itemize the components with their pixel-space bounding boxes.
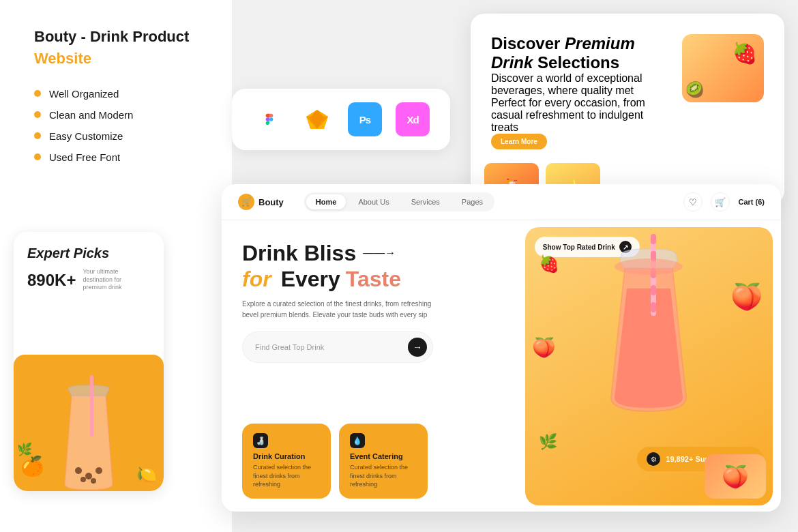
feature-item-2: Clean and Modern <box>34 109 198 121</box>
feature-item-1: Well Organized <box>34 88 198 100</box>
hero-section: Drink Bliss ——→ for Every Taste Explore … <box>222 220 781 512</box>
svg-rect-14 <box>651 234 656 244</box>
every-text: Every <box>281 266 340 292</box>
hero-top-heading: Discover Premium Drink Selections <box>491 34 668 72</box>
feature-cards: 🍶 Drink Curation Curated selection the f… <box>242 424 505 499</box>
arrow-decoration: ——→ <box>363 247 396 259</box>
hero-card-top: Discover Premium Drink Selections Discov… <box>471 14 784 205</box>
for-text: for <box>242 266 271 292</box>
search-button[interactable]: → <box>408 338 427 357</box>
curation-title: Drink Curation <box>253 452 320 460</box>
hero-top-desc: Discover a world of exceptional beverage… <box>491 72 668 134</box>
svg-point-9 <box>85 473 92 479</box>
website-mockup: 🛒 Bouty Home About Us Services Pages ♡ 🛒… <box>222 184 781 512</box>
svg-point-11 <box>80 477 86 482</box>
feature-dot <box>34 153 41 160</box>
feature-item-4: Used Free Font <box>34 151 198 163</box>
figma-icon <box>252 102 286 136</box>
cart-button[interactable]: 🛒 <box>711 192 730 211</box>
hero-top-content: Discover Premium Drink Selections Discov… <box>471 14 784 163</box>
nav-about[interactable]: About Us <box>349 194 398 209</box>
hero-right: Show Top Rated Drink ↗ <box>525 227 773 505</box>
logo: 🛒 Bouty <box>238 194 284 210</box>
curation-desc: Curated selection the finest drinks from… <box>253 463 320 489</box>
search-bar[interactable]: Find Great Top Drink → <box>242 331 433 363</box>
product-title: Bouty - Drink Product <box>34 27 198 47</box>
hero-left: Drink Bliss ——→ for Every Taste Explore … <box>222 220 525 512</box>
catering-icon: 💧 <box>350 433 365 448</box>
tools-card: Ps Xd <box>232 89 450 150</box>
feature-label-4: Used Free Font <box>49 151 120 163</box>
mock-navbar: 🛒 Bouty Home About Us Services Pages ♡ 🛒… <box>222 184 781 220</box>
feature-label-2: Clean and Modern <box>49 109 133 121</box>
nav-links: Home About Us Services Pages <box>304 192 494 211</box>
catering-title: Event Catering <box>350 452 417 460</box>
svg-rect-6 <box>90 375 93 437</box>
hero-top-fruit-image: 🍓 🥝 <box>682 34 764 102</box>
svg-rect-17 <box>651 285 656 295</box>
svg-point-10 <box>95 467 102 474</box>
expert-picks-card: Expert Picks 890K+ Your ultimate destina… <box>14 232 164 491</box>
wishlist-button[interactable]: ♡ <box>683 192 703 211</box>
nav-right: ♡ 🛒 Cart (6) <box>683 192 765 211</box>
feat-card-curation: 🍶 Drink Curation Curated selection the f… <box>242 424 331 499</box>
headline-main: Drink Bliss <box>242 241 356 266</box>
expert-count-sub: Your ultimate destination for premium dr… <box>83 268 130 292</box>
logo-text: Bouty <box>258 197 284 207</box>
feat-card-catering: 💧 Event Catering Curated selection the f… <box>339 424 428 499</box>
logo-circle: 🛒 <box>238 194 254 210</box>
hero-headline: Drink Bliss ——→ for Every Taste <box>242 241 505 292</box>
support-icon: ⚙ <box>647 452 660 466</box>
feature-dot <box>34 111 41 118</box>
expert-card-header: Expert Picks 890K+ Your ultimate destina… <box>14 232 164 304</box>
hero-description: Explore a curated selection of the fines… <box>242 299 433 321</box>
expert-card-bottom: 🍊 🍋 🌿 <box>14 355 164 491</box>
small-fruit-image: 🍑 <box>705 454 766 499</box>
nav-services[interactable]: Services <box>402 194 449 209</box>
catering-desc: Curated selection the finest drinks from… <box>350 463 417 489</box>
photoshop-icon: Ps <box>348 102 382 136</box>
sketch-icon <box>300 102 334 136</box>
cart-label: Cart (6) <box>738 198 765 206</box>
feature-dot <box>34 132 41 139</box>
feature-item-3: Easy Customize <box>34 130 198 142</box>
svg-point-12 <box>91 478 96 484</box>
taste-text: Taste <box>346 266 401 292</box>
expert-count: 890K+ <box>27 271 76 290</box>
feature-list: Well Organized Clean and Modern Easy Cus… <box>34 88 198 163</box>
expert-title: Expert Picks <box>27 246 150 261</box>
feature-dot <box>34 90 41 97</box>
svg-point-19 <box>615 258 683 275</box>
svg-rect-18 <box>651 302 656 312</box>
learn-more-button[interactable]: Learn More <box>491 134 547 149</box>
product-subtitle: Website <box>34 50 198 68</box>
svg-point-8 <box>75 467 82 474</box>
xd-icon: Xd <box>396 102 430 136</box>
curation-icon: 🍶 <box>253 433 268 448</box>
nav-home[interactable]: Home <box>306 194 346 209</box>
hero-top-text: Discover Premium Drink Selections Discov… <box>491 34 668 149</box>
nav-pages[interactable]: Pages <box>452 194 492 209</box>
search-placeholder: Find Great Top Drink <box>255 343 402 351</box>
feature-label-3: Easy Customize <box>49 130 123 142</box>
feature-label-1: Well Organized <box>49 88 119 100</box>
